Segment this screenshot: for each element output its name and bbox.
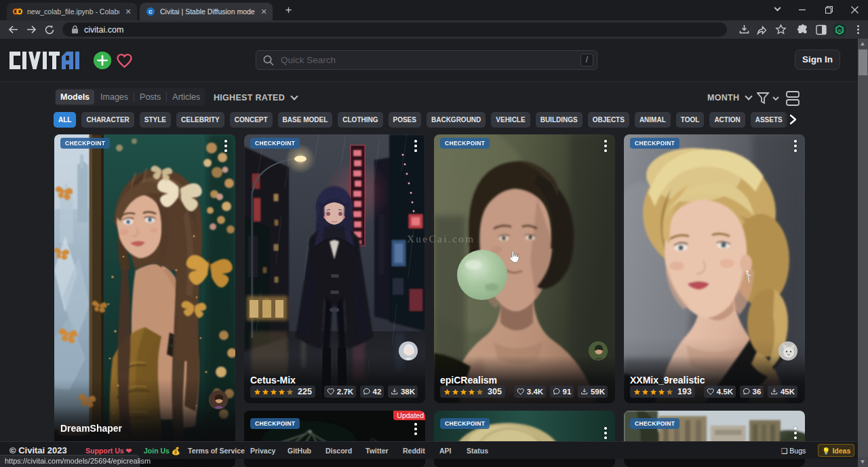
svg-text:AI: AI <box>837 28 842 32</box>
svg-text:C: C <box>149 9 153 15</box>
